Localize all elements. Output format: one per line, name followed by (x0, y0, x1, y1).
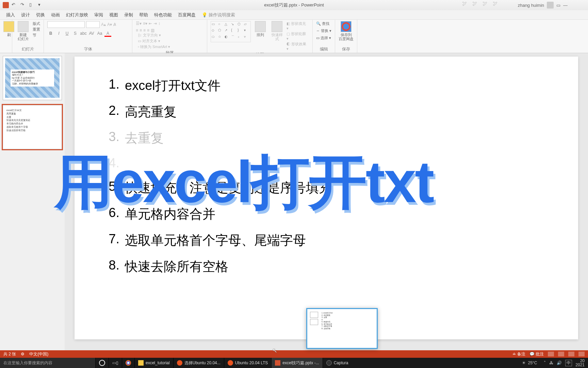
spacing-button[interactable]: AV (88, 30, 95, 37)
slideshow-view-icon[interactable] (578, 352, 585, 356)
bold-button[interactable]: B (47, 30, 54, 37)
tab-baidu[interactable]: 百度网盘 (178, 12, 196, 18)
tab-record[interactable]: 录制 (124, 12, 133, 18)
replace-button[interactable]: ↔ 替换 ▾ (316, 28, 331, 33)
clear-format-icon[interactable]: A̷ (113, 22, 116, 27)
tell-me-search[interactable]: 💡 操作说明搜索 (202, 12, 235, 18)
network-icon[interactable]: 🖧 (549, 361, 553, 365)
slide-thumbnail-1[interactable]: excel快捷键与小技巧 省时大法！ by 中星 不会自动转行 一共是9个技巧+… (3, 56, 62, 100)
ribbon-tabs: 插入 设计 切换 动画 幻灯片放映 审阅 视图 录制 帮助 特色功能 百度网盘 … (0, 10, 588, 20)
group-drawing: ▭○△↘⬡▱ ◇⬠↗{}▾ ⬭☆◐⌒⬨▿ 排列 快速样式 ◧ 形状填充 ▾ ▢ … (207, 20, 313, 53)
group-label-font: 字体 (47, 46, 129, 52)
increase-font-icon[interactable]: A▴ (101, 22, 106, 27)
undo-icon[interactable]: ↶ (12, 2, 18, 8)
tab-slideshow[interactable]: 幻灯片放映 (66, 12, 88, 18)
indent-right-icon[interactable]: ⇥ (153, 21, 157, 26)
strike-button[interactable]: S (72, 30, 79, 37)
reading-view-icon[interactable] (568, 352, 574, 356)
tab-insert[interactable]: 插入 (6, 12, 15, 18)
shape-fill-button[interactable]: ◧ 形状填充 ▾ (287, 21, 309, 31)
smartart-button[interactable]: ▫ 转换为 SmartArt ▾ (138, 44, 203, 49)
chrome-button[interactable] (122, 358, 134, 368)
powerpoint-button[interactable]: excel技巧篇.pptx -... (271, 358, 322, 368)
ime-button[interactable]: 中 (565, 360, 572, 366)
user-account[interactable]: zhang huimin ▭ — (518, 2, 568, 9)
find-button[interactable]: 🔍 查找 (316, 21, 329, 26)
status-bar: 共 2 张 ⚙ 中文(中国) ≐ 备注 💬 批注 (0, 350, 588, 358)
align-left-icon[interactable]: ≡ (136, 28, 138, 33)
decrease-font-icon[interactable]: A▾ (107, 22, 112, 27)
numbering-icon[interactable]: ≡▾ (143, 21, 147, 26)
shadow-button[interactable]: abc (80, 30, 87, 37)
tab-special[interactable]: 特色功能 (154, 12, 172, 18)
line-spacing-icon[interactable]: ↕ (158, 21, 160, 26)
clock[interactable]: 202021 (575, 359, 585, 367)
decorative-birds: 🕊 🕊 🕊 🕊 (462, 1, 500, 6)
justify-icon[interactable]: ≡ (147, 28, 149, 33)
underline-button[interactable]: U (64, 30, 70, 37)
minimize-icon[interactable]: — (563, 3, 568, 8)
italic-button[interactable]: I (55, 30, 62, 37)
layout-button[interactable]: 版式 (33, 21, 40, 26)
tray-chevron-icon[interactable]: ˄ (544, 361, 546, 365)
align-center-icon[interactable]: ≡ (140, 28, 142, 33)
tab-view[interactable]: 视图 (109, 12, 118, 18)
shape-effects-button[interactable]: ◐ 形状效果 ▾ (287, 42, 309, 51)
redo-icon[interactable]: ↷ (20, 2, 27, 8)
weather-widget[interactable]: ☀ 25°C (519, 361, 540, 365)
font-color-button[interactable]: A (104, 30, 111, 37)
columns-icon[interactable]: ▥ (151, 28, 154, 33)
slide-thumbnail-2[interactable]: excel打开txt文 高亮重复 去重 快速填充注意是复制还 单元格内容合并 选… (3, 105, 62, 149)
cortana-button[interactable] (95, 358, 109, 368)
accessibility-icon[interactable]: ⚙ (21, 352, 24, 356)
group-clipboard: 刷 (0, 20, 12, 53)
shape-outline-button[interactable]: ▢ 形状轮廓 ▾ (287, 31, 309, 41)
captura-button[interactable]: Captura (323, 358, 352, 368)
arrange-button[interactable]: 排列 (253, 21, 267, 37)
mouse-cursor-icon: ↖ (272, 347, 277, 354)
tab-transitions[interactable]: 切换 (36, 12, 45, 18)
notes-button[interactable]: ≐ 备注 (512, 351, 525, 357)
ubuntu-select-button[interactable]: 选择Ubuntu 20.04... (173, 358, 224, 368)
language-status[interactable]: 中文(中国) (29, 351, 48, 357)
search-hint: 在这里输入你要搜索的内容 (3, 360, 52, 366)
save-baidu-button[interactable]: 保存到 百度网盘 (339, 21, 354, 41)
task-view-button[interactable]: ▭▯ (109, 358, 122, 368)
section-button[interactable]: 节 (33, 33, 40, 38)
new-slide-button[interactable]: 新建 幻灯片 (16, 21, 31, 41)
font-family-dropdown[interactable] (47, 21, 85, 28)
comments-button[interactable]: 💬 批注 (529, 351, 544, 357)
align-right-icon[interactable]: ≡ (143, 28, 146, 33)
qat-dropdown-icon[interactable]: ▾ (38, 2, 44, 8)
quick-styles-button[interactable]: 快速样式 (270, 21, 284, 41)
reset-button[interactable]: 重置 (33, 27, 40, 32)
slide-content-list: 1.excel打开txt文件 2.高亮重复 3.去重复 4. 5.快速填充：注意… (102, 77, 551, 275)
group-label-slides: 幻灯片 (16, 46, 40, 52)
bullets-icon[interactable]: ☰▾ (136, 21, 142, 26)
slide-canvas[interactable]: 1.excel打开txt文件 2.高亮重复 3.去重复 4. 5.快速填充：注意… (75, 57, 578, 339)
taskbar-preview-popup[interactable]: 1. excel打开txt2. 高亮重复3. 去重4. 5. 快速填充6. 单元… (306, 308, 378, 349)
tab-design[interactable]: 设计 (21, 12, 30, 18)
select-button[interactable]: ▭ 选择 ▾ (316, 35, 331, 41)
explorer-button[interactable]: excel_tutorial (134, 358, 173, 368)
ubuntu-button[interactable]: Ubuntu 20.04 LTS (224, 358, 272, 368)
font-size-dropdown[interactable] (86, 21, 100, 28)
text-direction-button[interactable]: ‖↕ 文字方向 ▾ (138, 33, 203, 38)
align-text-button[interactable]: ▭ 对齐文本 ▾ (138, 39, 203, 44)
sorter-view-icon[interactable] (558, 352, 564, 356)
case-button[interactable]: Aa (96, 30, 103, 37)
tab-review[interactable]: 审阅 (94, 12, 103, 18)
system-tray: ☀ 25°C ˄ 🖧 🔊 中 202021 (519, 359, 588, 367)
tab-animations[interactable]: 动画 (51, 12, 60, 18)
ribbon-display-icon[interactable]: ▭ (556, 3, 560, 8)
title-bar: ↶ ↷ ▯ ▾ 🕊 🕊 🕊 🕊 excel技巧篇.pptx - PowerPoi… (0, 0, 588, 10)
normal-view-icon[interactable] (548, 352, 554, 356)
tab-help[interactable]: 帮助 (139, 12, 148, 18)
save-icon[interactable] (3, 2, 9, 8)
taskbar-search[interactable]: 在这里输入你要搜索的内容 (0, 358, 95, 368)
shapes-gallery[interactable]: ▭○△↘⬡▱ ◇⬠↗{}▾ ⬭☆◐⌒⬨▿ (211, 21, 251, 42)
volume-icon[interactable]: 🔊 (557, 361, 562, 365)
slideshow-icon[interactable]: ▯ (29, 2, 35, 8)
indent-left-icon[interactable]: ⇤ (149, 21, 152, 26)
slide-editor[interactable]: 1.excel打开txt文件 2.高亮重复 3.去重复 4. 5.快速填充：注意… (65, 53, 588, 350)
